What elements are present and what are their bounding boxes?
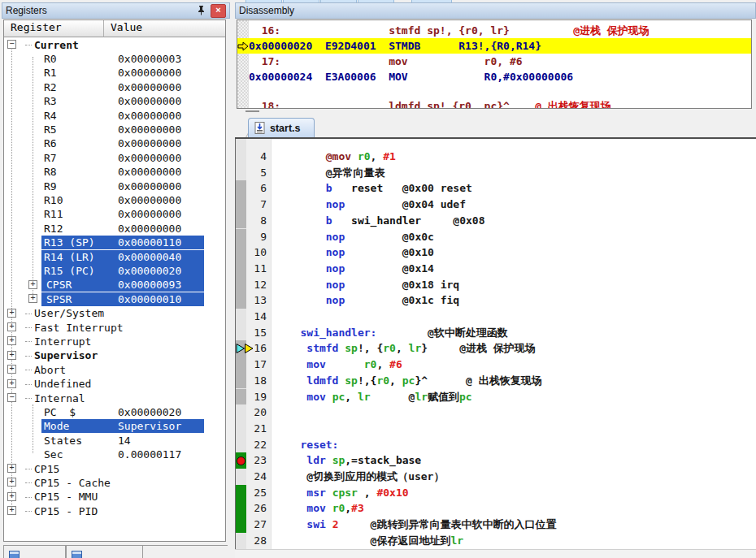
expander-cpsr[interactable]: + <box>28 280 37 289</box>
expander-cp15-cache[interactable]: + <box>7 478 16 487</box>
column-header-register[interactable]: Register <box>4 20 104 37</box>
code-line-27[interactable]: 27 swi 2 @跳转到异常向量表中软中断的入口位置 <box>236 517 756 533</box>
register-row-states[interactable]: States14 <box>4 433 225 448</box>
gutter-mark-8[interactable] <box>236 213 246 229</box>
register-row-r3[interactable]: R30x00000000 <box>4 94 225 109</box>
disasm-row-line-18[interactable]: 18: ldmfd sp!,{r0, pc}^ @ 出栈恢复现场 <box>237 98 751 109</box>
code-line-12[interactable]: 12 nop @0x18 irq <box>236 277 756 293</box>
close-icon[interactable]: × <box>211 4 226 18</box>
disasm-row-addr-0x00000020[interactable]: 0x00000020 E92D4001 STMDB R13!,{R0,R14} <box>237 38 751 54</box>
code-line-21[interactable]: 21 <box>236 421 756 437</box>
expander-fast-interrupt[interactable]: + <box>7 322 16 331</box>
gutter-mark-7[interactable] <box>236 197 246 213</box>
register-row-r5[interactable]: R50x00000000 <box>4 122 225 136</box>
register-row-fast-interrupt[interactable]: +Fast Interrupt <box>4 320 225 335</box>
gutter-mark-27[interactable] <box>236 517 246 533</box>
code-line-13[interactable]: 13 nop @0x1c fiq <box>236 292 756 309</box>
expander-spsr[interactable]: + <box>28 294 37 303</box>
panel-tab-2[interactable] <box>66 546 143 558</box>
code-line-17[interactable]: 17 mov r0, #6 <box>236 357 756 373</box>
expander-internal[interactable]: − <box>7 393 16 402</box>
expander-cp15-pid[interactable]: + <box>7 506 16 515</box>
register-row-cp15-mmu[interactable]: +CP15 - MMU <box>4 490 225 504</box>
register-row-r2[interactable]: R20x00000000 <box>4 80 225 94</box>
register-row-r10[interactable]: R100x00000000 <box>4 192 225 207</box>
code-line-18[interactable]: 18 ldmfd sp!,{r0, pc}^ @ 出栈恢复现场 <box>236 373 756 389</box>
code-line-4[interactable]: 4 @mov r0, #1 <box>236 149 756 165</box>
register-row-cp15-cache[interactable]: +CP15 - Cache <box>4 475 225 490</box>
code-line-19[interactable]: 19 mov pc, lr @lr赋值到pc <box>236 389 756 405</box>
pane-splitter-handle[interactable] <box>245 110 259 112</box>
code-line-16[interactable]: 16 stmfd sp!, {r0, lr} @进栈 保护现场 <box>236 340 756 357</box>
register-row-sec[interactable]: Sec0.00000117 <box>4 448 225 462</box>
register-row-r0[interactable]: R00x00000003 <box>4 51 225 66</box>
expander-cp15-mmu[interactable]: + <box>7 492 16 501</box>
register-row-interrupt[interactable]: +Interrupt <box>4 334 225 348</box>
gutter-mark-18[interactable] <box>236 373 246 389</box>
pin-icon[interactable] <box>194 5 207 17</box>
code-line-26[interactable]: 26 mov r0,#3 <box>236 500 756 517</box>
register-row-r6[interactable]: R60x00000000 <box>4 136 225 151</box>
code-line-24[interactable]: 24 @切换到应用的模式（user） <box>236 469 756 485</box>
register-row-mode[interactable]: ModeSupervisor <box>4 419 225 434</box>
register-row-pc-dollar[interactable]: PC $0x00000020 <box>4 404 225 419</box>
register-row-r15-pc[interactable]: R15 (PC)0x00000020 <box>4 263 225 278</box>
code-line-6[interactable]: 6 b reset @0x00 reset <box>236 180 756 197</box>
register-row-current[interactable]: −Current <box>4 37 225 52</box>
tab-start-s[interactable]: start.s <box>248 118 315 137</box>
register-row-r11[interactable]: R110x00000000 <box>4 207 225 222</box>
code-line-22[interactable]: 22 reset: <box>236 437 756 453</box>
expander-supervisor[interactable]: + <box>7 351 16 360</box>
code-line-28[interactable]: 28 @保存返回地址到lr <box>236 533 756 549</box>
expander-interrupt[interactable]: + <box>7 336 16 345</box>
code-line-10[interactable]: 10 nop @0x10 <box>236 244 756 261</box>
register-row-abort[interactable]: +Abort <box>4 362 225 377</box>
register-row-r1[interactable]: R10x00000000 <box>4 66 225 80</box>
register-row-cp15-pid[interactable]: +CP15 - PID <box>4 504 225 518</box>
disasm-row-line-16[interactable]: 16: stmfd sp!, {r0, lr} @进栈 保护现场 <box>237 23 751 38</box>
gutter-mark-26[interactable] <box>236 500 246 517</box>
code-line-23[interactable]: 23 ldr sp,=stack_base <box>236 452 756 469</box>
code-line-14[interactable]: 14 <box>236 309 756 325</box>
register-row-r4[interactable]: R40x00000000 <box>4 108 225 123</box>
disasm-row-addr-0x00000024[interactable]: 0x00000024 E3A00006 MOV R0,#0x00000006 <box>237 69 751 84</box>
register-row-r14-lr[interactable]: R14 (LR)0x00000040 <box>4 249 225 264</box>
code-line-11[interactable]: 11 nop @0x14 <box>236 261 756 277</box>
code-line-9[interactable]: 9 nop @0x0c <box>236 229 756 245</box>
register-row-r8[interactable]: R80x00000000 <box>4 165 225 180</box>
disasm-row-line-17[interactable]: 17: mov r0, #6 <box>237 54 751 69</box>
register-row-undefined[interactable]: +Undefined <box>4 377 225 391</box>
expander-undefined[interactable]: + <box>7 379 16 388</box>
code-line-15[interactable]: 15 swi_handler: @软中断处理函数 <box>236 325 756 341</box>
gutter-mark-11[interactable] <box>236 261 246 277</box>
expander-cp15[interactable]: + <box>7 464 16 473</box>
code-line-5[interactable]: 5 @异常向量表 <box>236 165 756 181</box>
register-row-r13-sp[interactable]: R13 (SP)0x00000110 <box>4 236 225 250</box>
register-row-user-system[interactable]: +User/System <box>4 306 225 321</box>
code-line-25[interactable]: 25 msr cpsr , #0x10 <box>236 485 756 501</box>
column-header-value[interactable]: Value <box>104 20 225 37</box>
register-row-cp15[interactable]: +CP15 <box>4 461 225 476</box>
code-line-20[interactable]: 20 <box>236 404 756 421</box>
gutter-mark-9[interactable] <box>236 229 246 245</box>
register-row-supervisor[interactable]: +Supervisor <box>4 348 225 363</box>
gutter-mark-19[interactable] <box>236 389 246 405</box>
gutter-mark-6[interactable] <box>236 180 246 197</box>
expander-current[interactable]: − <box>7 40 16 49</box>
register-row-spsr[interactable]: +SPSR0x00000010 <box>4 292 225 306</box>
register-row-r7[interactable]: R70x00000000 <box>4 150 225 165</box>
code-line-7[interactable]: 7 nop @0x04 udef <box>236 197 756 213</box>
register-row-internal[interactable]: −Internal <box>4 391 225 405</box>
horizontal-scrollbar[interactable] <box>235 549 756 558</box>
gutter-mark-23[interactable] <box>236 452 246 469</box>
panel-tab-1[interactable] <box>3 546 66 558</box>
gutter-mark-17[interactable] <box>236 357 246 373</box>
gutter-mark-10[interactable] <box>236 244 246 261</box>
gutter-mark-25[interactable] <box>236 485 246 501</box>
register-row-r9[interactable]: R90x00000000 <box>4 179 225 193</box>
expander-user-system[interactable]: + <box>7 309 16 318</box>
expander-abort[interactable]: + <box>7 365 16 374</box>
register-row-cpsr[interactable]: +CPSR0x00000093 <box>4 278 225 292</box>
code-line-8[interactable]: 8 b swi_handler @0x08 <box>236 213 756 229</box>
gutter-mark-12[interactable] <box>236 277 246 293</box>
